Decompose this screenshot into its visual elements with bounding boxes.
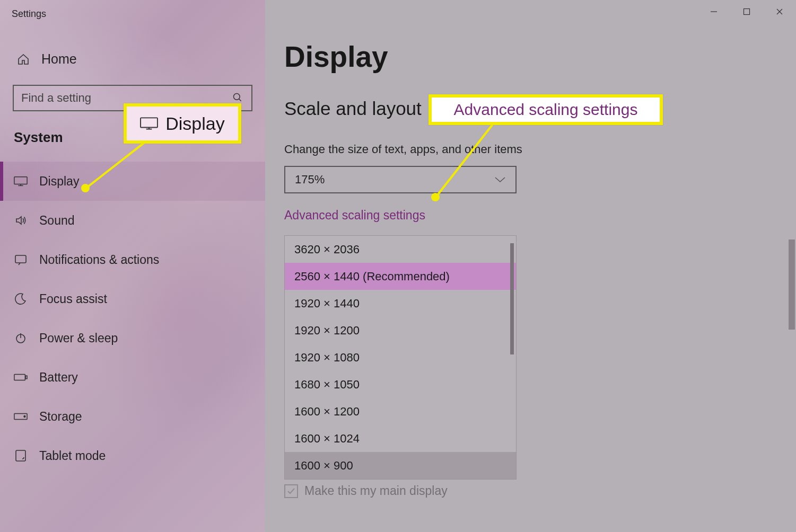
sidebar-item-label: Display — [39, 174, 79, 189]
main-display-label: Make this my main display — [304, 484, 448, 498]
settings-window: Settings Home System — [0, 0, 796, 532]
main-content: Display Scale and layout Change the size… — [265, 0, 796, 532]
resolution-option[interactable]: 1600 × 1024 — [285, 425, 516, 452]
callout-advanced-scaling: Advanced scaling settings — [428, 94, 663, 125]
scale-field-label: Change the size of text, apps, and other… — [284, 143, 796, 156]
callout-advanced-label: Advanced scaling settings — [454, 101, 638, 119]
power-icon — [14, 331, 28, 345]
svg-rect-2 — [15, 255, 26, 263]
advanced-scaling-link[interactable]: Advanced scaling settings — [284, 208, 425, 223]
resolution-listbox[interactable]: 3620 × 2036 2560 × 1440 (Recommended) 19… — [284, 235, 517, 480]
sidebar-item-label: Notifications & actions — [39, 253, 159, 267]
sidebar-item-battery[interactable]: Battery — [0, 358, 265, 397]
resolution-option[interactable]: 1920 × 1440 — [285, 290, 516, 317]
sidebar-item-label: Power & sleep — [39, 331, 118, 345]
notifications-icon — [14, 253, 28, 267]
search-icon — [232, 92, 244, 104]
svg-rect-1 — [14, 177, 27, 184]
home-icon — [17, 53, 30, 66]
nav-home[interactable]: Home — [0, 46, 265, 72]
main-display-row: Make this my main display — [284, 484, 796, 498]
window-controls — [697, 0, 796, 23]
sidebar: Settings Home System — [0, 0, 265, 532]
sidebar-item-tablet-mode[interactable]: Tablet mode — [0, 436, 265, 475]
sidebar-item-label: Tablet mode — [39, 449, 106, 463]
sidebar-item-label: Storage — [39, 410, 82, 424]
svg-rect-5 — [25, 376, 27, 379]
resolution-option[interactable]: 1920 × 1200 — [285, 317, 516, 344]
scale-dropdown-value: 175% — [295, 173, 325, 187]
minimize-button[interactable] — [697, 0, 730, 23]
annotation-dot — [81, 184, 90, 192]
chevron-down-icon — [494, 176, 506, 183]
maximize-button[interactable] — [730, 0, 763, 23]
close-button[interactable] — [763, 0, 796, 23]
resolution-option[interactable]: 1600 × 1200 — [285, 398, 516, 425]
resolution-option[interactable]: 1680 × 1050 — [285, 371, 516, 398]
tablet-icon — [14, 449, 28, 463]
svg-rect-10 — [141, 118, 158, 127]
main-display-checkbox[interactable] — [284, 484, 298, 498]
app-title: Settings — [0, 0, 265, 30]
sidebar-item-storage[interactable]: Storage — [0, 397, 265, 436]
listbox-scrollbar-thumb[interactable] — [510, 243, 514, 354]
sidebar-item-label: Battery — [39, 370, 78, 385]
resolution-option[interactable]: 2560 × 1440 (Recommended) — [285, 263, 516, 290]
moon-icon — [14, 292, 28, 306]
sidebar-item-power-sleep[interactable]: Power & sleep — [0, 318, 265, 358]
sound-icon — [14, 214, 28, 227]
annotation-dot — [431, 193, 440, 201]
nav-home-label: Home — [41, 51, 77, 67]
battery-icon — [14, 370, 28, 384]
svg-rect-4 — [14, 374, 25, 380]
svg-point-7 — [24, 416, 25, 418]
callout-display-label: Display — [165, 113, 224, 134]
sidebar-item-notifications[interactable]: Notifications & actions — [0, 240, 265, 279]
resolution-option[interactable]: 1920 × 1080 — [285, 344, 516, 371]
callout-display: Display — [124, 103, 241, 144]
scale-dropdown[interactable]: 175% — [284, 166, 517, 193]
nav-list: Display Sound Notifications & actions — [0, 162, 265, 475]
svg-rect-8 — [16, 450, 25, 461]
sidebar-item-label: Focus assist — [39, 292, 107, 306]
resolution-option[interactable]: 3620 × 2036 — [285, 236, 516, 263]
display-icon — [14, 174, 28, 188]
sidebar-item-focus-assist[interactable]: Focus assist — [0, 279, 265, 318]
main-scrollbar-thumb[interactable] — [789, 240, 795, 330]
sidebar-item-display[interactable]: Display — [0, 162, 265, 201]
storage-icon — [14, 410, 28, 423]
svg-point-0 — [234, 94, 240, 100]
display-icon — [140, 117, 157, 130]
resolution-option[interactable]: 1600 × 900 — [285, 452, 516, 479]
sidebar-item-label: Sound — [39, 214, 75, 228]
svg-rect-9 — [744, 9, 750, 15]
sidebar-item-sound[interactable]: Sound — [0, 201, 265, 240]
